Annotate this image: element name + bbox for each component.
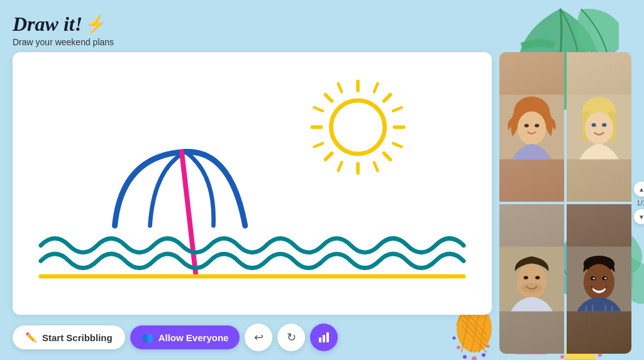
page-indicator: 1/3 xyxy=(636,199,644,207)
drawing-svg xyxy=(13,52,492,315)
video-tile-4 xyxy=(567,204,631,354)
undo-icon: ↩ xyxy=(254,330,264,344)
svg-point-52 xyxy=(331,101,385,154)
video-tile-1 xyxy=(499,52,564,202)
video-grid xyxy=(499,52,631,354)
svg-point-68 xyxy=(585,112,613,145)
svg-point-76 xyxy=(521,283,542,293)
subtitle: Draw your weekend plans xyxy=(13,37,631,47)
stats-button[interactable] xyxy=(310,324,338,351)
title-text: Draw it! xyxy=(13,13,82,36)
drawing-canvas[interactable] xyxy=(13,52,492,315)
svg-line-47 xyxy=(374,162,378,170)
svg-point-83 xyxy=(592,277,595,279)
scroll-up-button[interactable]: ▲ xyxy=(634,182,644,197)
svg-line-53 xyxy=(182,152,196,275)
svg-line-51 xyxy=(393,143,401,147)
svg-point-75 xyxy=(535,276,540,279)
svg-line-43 xyxy=(384,153,391,160)
start-scribbling-button[interactable]: ✏️ Start Scribbling xyxy=(13,325,125,349)
svg-line-49 xyxy=(393,107,401,111)
video-panel: ▲ 1/3 ▼ xyxy=(499,52,631,354)
svg-point-61 xyxy=(525,124,529,127)
svg-point-60 xyxy=(518,111,546,145)
svg-point-74 xyxy=(524,276,528,279)
app-title: Draw it! ⚡ xyxy=(13,13,631,36)
video-tile-3 xyxy=(499,204,564,354)
svg-point-70 xyxy=(602,123,606,127)
allow-everyone-button[interactable]: 👥 Allow Everyone xyxy=(130,325,240,349)
canvas-section: ✏️ Start Scribbling 👥 Allow Everyone ↩ ↻ xyxy=(13,52,492,354)
main-container: Draw it! ⚡ Draw your weekend plans xyxy=(0,0,644,360)
svg-line-45 xyxy=(374,84,378,92)
allow-everyone-label: Allow Everyone xyxy=(158,332,229,343)
svg-point-84 xyxy=(604,277,607,279)
svg-line-50 xyxy=(314,143,323,147)
start-scribbling-label: Start Scribbling xyxy=(42,332,113,343)
redo-icon: ↻ xyxy=(287,330,296,344)
undo-button[interactable]: ↩ xyxy=(245,324,272,351)
svg-line-41 xyxy=(384,95,391,101)
toolbar: ✏️ Start Scribbling 👥 Allow Everyone ↩ ↻ xyxy=(13,321,492,354)
svg-point-62 xyxy=(535,124,539,127)
svg-line-40 xyxy=(326,95,332,101)
svg-point-73 xyxy=(517,264,547,299)
svg-line-48 xyxy=(314,107,323,111)
pencil-icon: ✏️ xyxy=(25,332,37,343)
svg-point-80 xyxy=(584,264,614,300)
svg-point-69 xyxy=(592,123,596,127)
scroll-controls: ▲ 1/3 ▼ xyxy=(634,182,644,224)
svg-rect-57 xyxy=(326,332,329,342)
svg-line-46 xyxy=(338,162,342,170)
people-icon: 👥 xyxy=(142,332,153,343)
header: Draw it! ⚡ Draw your weekend plans xyxy=(13,13,631,47)
svg-rect-55 xyxy=(319,337,321,342)
lightning-icon: ⚡ xyxy=(85,14,107,35)
stats-icon xyxy=(318,331,330,344)
content-area: ✏️ Start Scribbling 👥 Allow Everyone ↩ ↻ xyxy=(13,52,631,354)
scroll-down-button[interactable]: ▼ xyxy=(634,209,644,224)
redo-button[interactable]: ↻ xyxy=(277,324,305,351)
video-tile-2 xyxy=(567,52,631,202)
svg-line-44 xyxy=(338,84,342,92)
svg-line-42 xyxy=(326,153,332,160)
svg-rect-56 xyxy=(323,335,325,342)
